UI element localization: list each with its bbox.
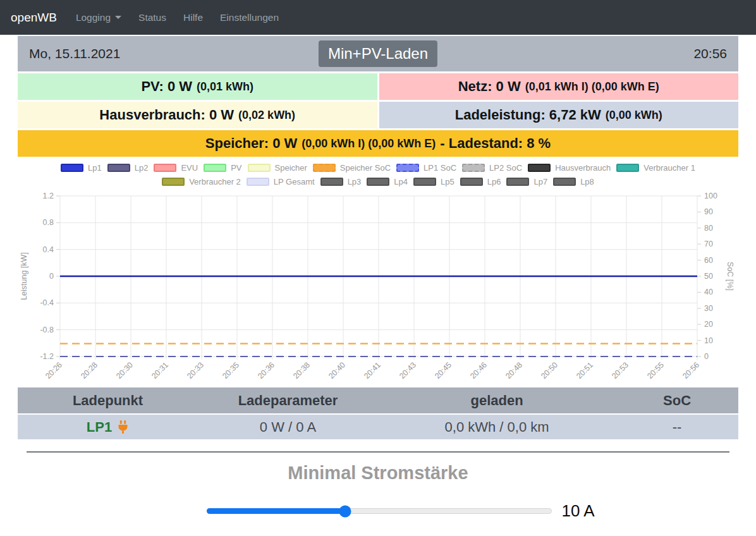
left-axis-title: Leistung [kW] [20,252,28,300]
speicher-energy: (0,00 kWh I) (0,00 kWh E) [302,137,436,150]
legend-item-pv[interactable]: PV [204,163,241,173]
legend-label: Hausverbrauch [555,163,611,173]
x-axis-tick-label: 20:45 [433,360,453,381]
nav-item-status[interactable]: Status [138,12,166,23]
nav-item-logging[interactable]: Logging [76,12,121,23]
legend-item-lp1-soc[interactable]: LP1 SoC [396,163,456,173]
legend-item-speicher[interactable]: Speicher [248,163,307,173]
min-current-slider-row: 10 A [0,501,756,521]
right-axis-tick-label: 30 [704,304,713,313]
x-axis-tick-label: 20:40 [327,360,347,381]
divider [27,451,729,453]
legend-item-verbraucher-1[interactable]: Verbraucher 1 [616,163,695,173]
left-axis-tick-label: 0 [49,272,54,281]
right-axis-title: SoC [%] [726,262,735,291]
legend-swatch [553,178,576,186]
legend-swatch [154,164,176,172]
legend-swatch [367,178,389,186]
time-label: 20:56 [693,46,727,61]
legend-swatch [413,178,436,186]
legend-item-lp3[interactable]: Lp3 [320,177,362,186]
netz-tile: Netz: 0 W (0,01 kWh I) (0,00 kWh E) [379,73,739,100]
date-label: Mo, 15.11.2021 [29,46,120,61]
left-axis-tick-label: 1.2 [43,192,54,200]
legend-label: Lp6 [487,177,501,186]
charge-mode-button[interactable]: Min+PV-Laden [319,40,437,67]
nav-item-label: Status [138,12,166,23]
legend-swatch [396,164,419,172]
legend-swatch [506,178,529,186]
table-header-row: LadepunktLadeparametergeladenSoC [18,387,738,413]
legend-label: Verbraucher 2 [189,177,241,186]
legend-item-evu[interactable]: EVU [154,163,198,173]
x-axis-tick-label: 20:56 [681,360,701,381]
chargepoint-table: LadepunktLadeparametergeladenSoC LP10 W … [18,387,738,439]
right-axis-tick-label: 20 [704,320,713,329]
speicher-tile: Speicher: 0 W (0,00 kWh I) (0,00 kWh E) … [18,130,738,157]
legend-swatch [248,164,271,172]
pv-value: PV: 0 W [141,78,192,95]
x-axis-tick-label: 20:33 [185,360,205,381]
legend-item-lp2-soc[interactable]: LP2 SoC [462,163,522,173]
legend-swatch [320,178,343,186]
legend-item-lp1[interactable]: Lp1 [61,163,102,173]
legend-item-lp-gesamt[interactable]: LP Gesamt [247,177,315,186]
nav-items: LoggingStatusHilfeEinstellungen [76,12,279,23]
x-axis-tick-label: 20:53 [610,360,630,381]
legend-swatch [528,164,551,172]
left-axis-tick-label: -1.2 [40,352,54,361]
legend-swatch [462,164,485,172]
legend-label: LP2 SoC [489,163,522,173]
table-header-geladen: geladen [378,387,616,413]
right-axis-tick-label: 60 [704,256,713,265]
chart-section: Lp1Lp2EVUPVSpeicherSpeicher SoCLP1 SoCLP… [18,157,738,384]
slider-value-label: 10 A [561,501,594,521]
legend-label: Lp1 [88,163,102,173]
x-axis-tick-label: 20:46 [468,360,489,381]
navbar: openWB LoggingStatusHilfeEinstellungen [0,0,756,35]
speicher-ladestand: - Ladestand: 8 % [440,135,551,152]
brand-openwb[interactable]: openWB [11,11,57,25]
legend-item-lp6[interactable]: Lp6 [460,177,501,186]
soc-cell: -- [616,415,738,439]
chargepoint-cell: LP1 [18,415,198,439]
right-axis-tick-label: 40 [704,288,713,296]
x-axis-tick-label: 20:31 [150,360,170,381]
legend-swatch [61,164,83,172]
nav-item-hilfe[interactable]: Hilfe [183,12,203,23]
legend-label: LP Gesamt [274,177,315,186]
power-soc-chart: 1.20.80.40-0.4-0.8-1.2100908070605040302… [18,191,738,384]
legend-item-hausverbrauch[interactable]: Hausverbrauch [528,163,611,173]
x-axis-tick-label: 20:48 [504,360,524,381]
right-axis-tick-label: 100 [704,192,717,200]
slider-fill [207,508,344,514]
x-axis-tick-label: 20:26 [44,360,64,381]
legend-label: PV [231,163,241,173]
legend-label: Lp3 [348,177,362,186]
left-axis-tick-label: 0.8 [43,218,54,227]
legend-label: Lp5 [441,177,454,186]
x-axis-tick-label: 20:51 [575,360,595,381]
left-axis-tick-label: 0.4 [43,245,54,254]
ladeleistung-energy: (0,00 kWh) [606,109,662,122]
legend-item-lp7[interactable]: Lp7 [506,177,547,186]
slider-thumb[interactable] [339,505,351,517]
legend-item-lp4[interactable]: Lp4 [367,177,408,186]
legend-label: Lp4 [394,177,408,186]
legend-item-lp5[interactable]: Lp5 [413,177,454,186]
legend-item-verbraucher-2[interactable]: Verbraucher 2 [162,177,241,186]
legend-label: Speicher SoC [340,163,391,173]
left-axis-tick-label: -0.4 [40,298,54,307]
chart-legend: Lp1Lp2EVUPVSpeicherSpeicher SoCLP1 SoCLP… [18,163,738,186]
right-axis-tick-label: 70 [704,240,713,248]
min-current-slider[interactable] [207,508,552,514]
nav-item-einstellungen[interactable]: Einstellungen [220,12,279,23]
legend-item-lp8[interactable]: Lp8 [553,177,594,186]
statusbar: Mo, 15.11.2021 Min+PV-Laden 20:56 [18,36,738,71]
legend-swatch [162,178,185,186]
right-axis-tick-label: 10 [704,336,713,345]
legend-item-lp2[interactable]: Lp2 [107,163,149,173]
x-axis-tick-label: 20:43 [398,360,418,381]
legend-item-speicher-soc[interactable]: Speicher SoC [313,163,391,173]
right-axis-tick-label: 80 [704,224,713,233]
